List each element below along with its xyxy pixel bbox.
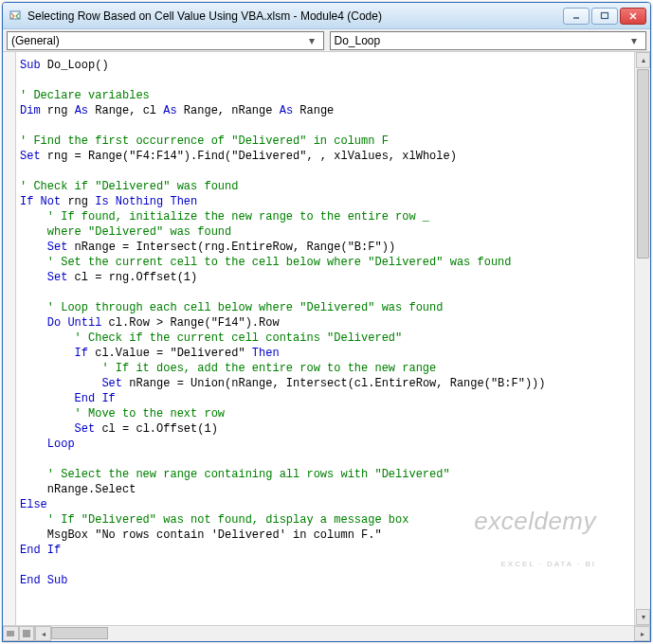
dropdown-bar: (General) ▾ Do_Loop ▾ [3,29,650,52]
object-dropdown-text: (General) [11,34,304,47]
maximize-button[interactable] [591,8,618,25]
scroll-thumb[interactable] [637,69,649,259]
procedure-dropdown-text: Do_Loop [335,34,627,47]
code-editor[interactable]: Sub Do_Loop() ' Declare variables Dim rn… [16,52,634,625]
hscroll-track[interactable] [51,626,634,641]
code-area: Sub Do_Loop() ' Declare variables Dim rn… [3,52,650,625]
vba-code-window: Selecting Row Based on Cell Value Using … [2,2,651,642]
svg-rect-2 [602,12,608,18]
window-title: Selecting Row Based on Cell Value Using … [27,9,563,23]
titlebar[interactable]: Selecting Row Based on Cell Value Using … [3,3,650,29]
app-icon [9,9,24,24]
watermark-main: exceldemy [474,513,596,528]
margin-gutter[interactable] [3,52,16,625]
scroll-right-icon[interactable]: ▸ [634,626,650,641]
procedure-dropdown[interactable]: Do_Loop ▾ [330,31,647,50]
horizontal-scrollbar[interactable]: ◂ ▸ [3,625,650,641]
object-dropdown[interactable]: (General) ▾ [7,31,324,50]
close-button[interactable] [620,8,646,25]
vertical-scrollbar[interactable]: ▴ ▾ [634,52,650,625]
chevron-down-icon: ▾ [626,34,642,47]
minimize-button[interactable] [563,8,590,25]
watermark-sub: EXCEL · DATA · BI [474,557,596,572]
procedure-view-button[interactable] [3,626,19,641]
scroll-down-icon[interactable]: ▾ [636,609,650,625]
scroll-up-icon[interactable]: ▴ [636,52,650,68]
scroll-left-icon[interactable]: ◂ [35,626,51,641]
full-module-view-button[interactable] [19,626,35,641]
chevron-down-icon: ▾ [304,34,319,47]
window-controls [563,8,646,25]
watermark: exceldemy EXCEL · DATA · BI [474,483,596,587]
view-mode-buttons [3,626,35,641]
hscroll-thumb[interactable] [51,627,108,639]
